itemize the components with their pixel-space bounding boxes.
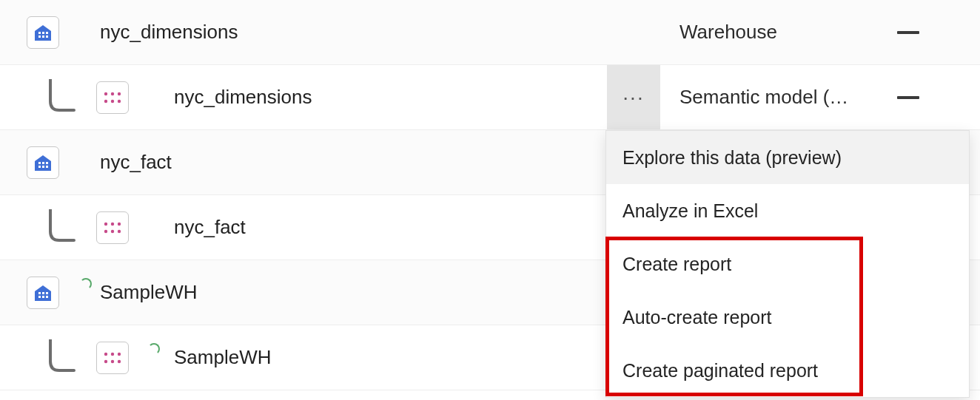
svg-point-35 [118, 359, 121, 362]
svg-point-21 [104, 229, 107, 232]
svg-point-9 [104, 99, 107, 102]
icon-cell [0, 325, 96, 390]
context-menu: Explore this data (preview) Analyze in E… [605, 130, 970, 390]
svg-rect-14 [46, 162, 48, 164]
svg-rect-3 [38, 35, 41, 38]
icon-cell [0, 0, 96, 64]
svg-point-7 [111, 92, 114, 95]
svg-point-34 [111, 359, 114, 362]
svg-rect-15 [38, 166, 41, 168]
svg-point-23 [118, 229, 121, 232]
more-options-button[interactable]: ··· [607, 65, 660, 129]
svg-point-10 [111, 99, 114, 102]
svg-rect-29 [46, 296, 48, 298]
item-name[interactable]: nyc_fact [100, 151, 662, 174]
icon-cell [0, 130, 96, 194]
svg-point-30 [104, 352, 107, 355]
item-name[interactable]: nyc_fact [174, 216, 662, 239]
tree-elbow-icon [46, 339, 77, 376]
svg-point-6 [104, 92, 107, 95]
svg-point-33 [104, 359, 107, 362]
svg-rect-26 [46, 292, 48, 294]
icon-cell [0, 195, 96, 260]
warehouse-icon [27, 16, 59, 49]
item-name[interactable]: nyc_dimensions [100, 21, 662, 44]
svg-point-11 [118, 99, 121, 102]
svg-point-22 [111, 229, 114, 232]
menu-item-explore-data[interactable]: Explore this data (preview) [606, 131, 969, 184]
semantic-model-icon [96, 211, 129, 244]
svg-point-32 [118, 352, 121, 355]
svg-rect-12 [38, 162, 41, 164]
svg-rect-27 [38, 296, 41, 298]
svg-rect-1 [42, 32, 44, 34]
svg-rect-2 [46, 32, 48, 34]
item-name[interactable]: SampleWH [174, 346, 662, 369]
loading-spinner-icon [80, 278, 92, 290]
svg-rect-0 [38, 32, 41, 34]
svg-point-20 [118, 222, 121, 225]
svg-rect-17 [46, 166, 48, 168]
menu-item-analyze-excel[interactable]: Analyze in Excel [606, 184, 969, 237]
svg-rect-25 [42, 292, 44, 294]
svg-point-8 [118, 92, 121, 95]
warehouse-icon [27, 277, 59, 309]
item-type: Semantic model (… [679, 86, 887, 109]
ellipsis-icon: ··· [622, 87, 644, 108]
svg-point-31 [111, 352, 114, 355]
svg-rect-5 [46, 35, 48, 38]
icon-cell [0, 65, 96, 129]
em-dash-icon [897, 96, 919, 99]
item-type: Warehouse [679, 21, 887, 44]
svg-point-19 [111, 222, 114, 225]
svg-rect-16 [42, 166, 44, 168]
list-row-warehouse[interactable]: nyc_dimensions Warehouse [0, 0, 980, 65]
item-name[interactable]: nyc_dimensions [174, 86, 662, 109]
warehouse-icon [27, 146, 59, 179]
menu-item-create-report[interactable]: Create report [606, 237, 969, 291]
em-dash-icon [897, 31, 919, 34]
semantic-model-icon [96, 342, 129, 374]
tree-elbow-icon [46, 209, 77, 246]
svg-rect-4 [42, 35, 44, 38]
tree-elbow-icon [46, 79, 77, 116]
svg-point-18 [104, 222, 107, 225]
semantic-model-icon [96, 81, 129, 114]
loading-spinner-icon [148, 343, 160, 355]
icon-cell [0, 260, 96, 325]
menu-item-auto-create-report[interactable]: Auto-create report [606, 291, 969, 344]
menu-item-create-paginated-report[interactable]: Create paginated report [606, 344, 969, 390]
item-name[interactable]: SampleWH [100, 281, 662, 304]
svg-rect-28 [42, 296, 44, 298]
list-row-semantic-model[interactable]: nyc_dimensions ··· Semantic model (… [0, 65, 980, 130]
svg-rect-24 [38, 292, 41, 294]
svg-rect-13 [42, 162, 44, 164]
